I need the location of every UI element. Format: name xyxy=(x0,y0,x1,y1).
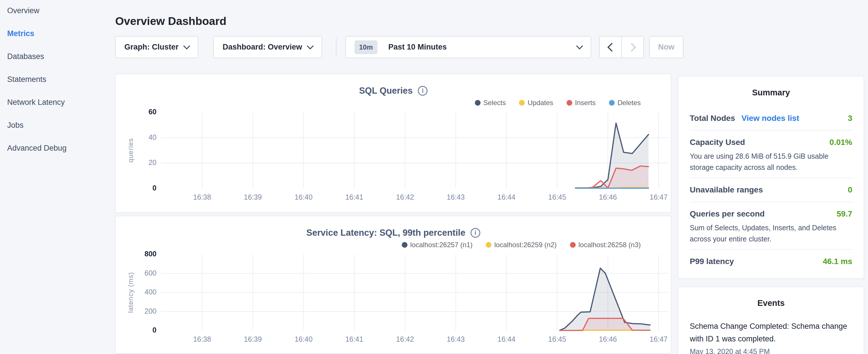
legend-item[interactable]: Updates xyxy=(519,99,553,107)
y-axis-tick: 60 xyxy=(116,108,156,116)
legend-item[interactable]: localhost:26258 (n3) xyxy=(570,241,641,249)
summary-label: P99 latency xyxy=(690,257,734,266)
chevron-down-icon xyxy=(576,42,583,49)
summary-label: Total Nodes xyxy=(690,114,735,123)
x-axis-tick: 16:39 xyxy=(236,335,270,344)
x-axis-tick: 16:45 xyxy=(540,335,574,344)
y-axis-tick: 40 xyxy=(116,133,156,141)
y-axis-tick: 0 xyxy=(116,326,156,334)
sidebar-item-jobs[interactable]: Jobs xyxy=(7,114,66,137)
info-icon[interactable]: i xyxy=(470,228,480,238)
x-axis-tick: 16:42 xyxy=(388,335,422,344)
legend-item[interactable]: localhost:26259 (n2) xyxy=(486,241,557,249)
x-axis-tick: 16:42 xyxy=(388,193,422,201)
legend-item[interactable]: localhost:26257 (n1) xyxy=(402,241,472,249)
legend-item[interactable]: Selects xyxy=(475,99,506,107)
legend-item[interactable]: Inserts xyxy=(566,99,596,107)
sidebar-item-statements[interactable]: Statements xyxy=(7,68,66,91)
sidebar-item-network-latency[interactable]: Network Latency xyxy=(7,91,66,114)
summary-value: 46.1 ms xyxy=(823,257,852,266)
chevron-right-icon xyxy=(627,43,636,52)
time-range-selector[interactable]: 10m Past 10 Minutes xyxy=(345,36,591,58)
view-nodes-list-link[interactable]: View nodes list xyxy=(741,114,799,123)
x-axis-tick: 16:47 xyxy=(641,335,676,344)
legend-label: Updates xyxy=(528,99,553,107)
legend-label: localhost:26258 (n3) xyxy=(579,241,641,249)
summary-row-p99: P99 latency 46.1 ms xyxy=(690,250,852,273)
y-axis-tick: 400 xyxy=(116,288,156,296)
chart-plot-area[interactable] xyxy=(161,112,668,189)
chart-title: Service Latency: SQL, 99th percentile xyxy=(306,228,465,238)
y-axis-tick: 800 xyxy=(116,250,156,258)
legend-dot-icon xyxy=(402,242,407,248)
x-axis-tick: 16:44 xyxy=(489,335,524,344)
chart-plot-area[interactable] xyxy=(161,254,668,330)
sidebar-item-databases[interactable]: Databases xyxy=(7,45,66,68)
legend-dot-icon xyxy=(570,242,576,248)
x-axis-tick: 16:46 xyxy=(591,335,625,344)
legend-item[interactable]: Deletes xyxy=(609,99,641,107)
chevron-down-icon xyxy=(307,42,314,49)
sidebar-item-overview[interactable]: Overview xyxy=(7,0,66,22)
event-item-timestamp: May 13, 2020 at 4:45 PM xyxy=(690,347,852,354)
time-next-button[interactable] xyxy=(621,37,643,58)
y-axis-tick: 0 xyxy=(116,184,156,192)
sidebar-item-metrics[interactable]: Metrics xyxy=(7,22,66,45)
legend-dot-icon xyxy=(519,100,525,106)
info-icon[interactable]: i xyxy=(418,86,428,96)
chart-legend: localhost:26257 (n1)localhost:26259 (n2)… xyxy=(402,241,641,249)
summary-value: 3 xyxy=(848,114,852,123)
graph-dropdown-label: Graph: Cluster xyxy=(124,43,179,52)
summary-title: Summary xyxy=(690,88,852,97)
chart-title-row: SQL Queries i xyxy=(116,86,671,96)
legend-label: localhost:26257 (n1) xyxy=(410,241,472,249)
summary-value: 0.01% xyxy=(830,138,852,147)
db-console-page: Overview Metrics Databases Statements Ne… xyxy=(0,0,868,354)
x-axis-tick: 16:40 xyxy=(286,193,321,201)
event-item-text[interactable]: Schema Change Completed: Schema change w… xyxy=(690,320,852,345)
now-button-label: Now xyxy=(658,43,675,52)
sql-queries-chart-card[interactable]: SQL Queries i SelectsUpdatesInsertsDelet… xyxy=(115,74,672,213)
time-pager xyxy=(599,36,644,58)
summary-value: 0 xyxy=(848,185,852,194)
graph-dropdown[interactable]: Graph: Cluster xyxy=(115,36,198,58)
sidebar: Overview Metrics Databases Statements Ne… xyxy=(7,0,66,160)
legend-label: Selects xyxy=(484,99,506,107)
x-axis-tick: 16:43 xyxy=(438,335,473,344)
x-axis-tick: 16:47 xyxy=(641,193,676,201)
dashboard-dropdown[interactable]: Dashboard: Overview xyxy=(213,36,322,58)
y-axis-tick: 600 xyxy=(116,269,156,277)
x-axis-tick: 16:38 xyxy=(185,193,219,201)
time-range-label: Past 10 Minutes xyxy=(388,43,447,52)
sidebar-item-advanced-debug[interactable]: Advanced Debug xyxy=(7,137,66,160)
legend-dot-icon xyxy=(486,242,492,248)
time-range-badge: 10m xyxy=(354,40,377,54)
legend-dot-icon xyxy=(609,100,615,106)
x-axis-tick: 16:40 xyxy=(286,335,321,344)
x-axis-tick: 16:41 xyxy=(337,193,371,201)
legend-dot-icon xyxy=(566,100,572,106)
now-button[interactable]: Now xyxy=(649,36,683,58)
summary-row-unavailable-ranges: Unavailable ranges 0 xyxy=(690,178,852,202)
x-axis-tick: 16:43 xyxy=(438,193,473,201)
legend-label: Inserts xyxy=(575,99,596,107)
chart-title: SQL Queries xyxy=(359,86,413,96)
events-panel: Events Schema Change Completed: Schema c… xyxy=(678,286,864,354)
summary-label: Capacity Used xyxy=(690,138,745,147)
x-axis-tick: 16:38 xyxy=(185,335,219,344)
legend-dot-icon xyxy=(475,100,480,106)
events-title: Events xyxy=(690,298,852,308)
x-axis-tick: 16:44 xyxy=(489,193,524,201)
chart-title-row: Service Latency: SQL, 99th percentile i xyxy=(116,228,671,238)
summary-value: 59.7 xyxy=(837,210,852,219)
legend-label: localhost:26259 (n2) xyxy=(494,241,557,249)
service-latency-chart-card[interactable]: Service Latency: SQL, 99th percentile i … xyxy=(115,216,672,354)
legend-label: Deletes xyxy=(618,99,641,107)
chart-legend: SelectsUpdatesInsertsDeletes xyxy=(475,99,641,107)
y-axis-tick: 20 xyxy=(116,159,156,167)
summary-row-total-nodes: Total Nodes View nodes list 3 xyxy=(690,106,852,130)
x-axis-tick: 16:45 xyxy=(540,193,574,201)
time-prev-button[interactable] xyxy=(600,37,621,58)
chevron-left-icon xyxy=(607,43,616,52)
controls-divider xyxy=(336,38,336,57)
